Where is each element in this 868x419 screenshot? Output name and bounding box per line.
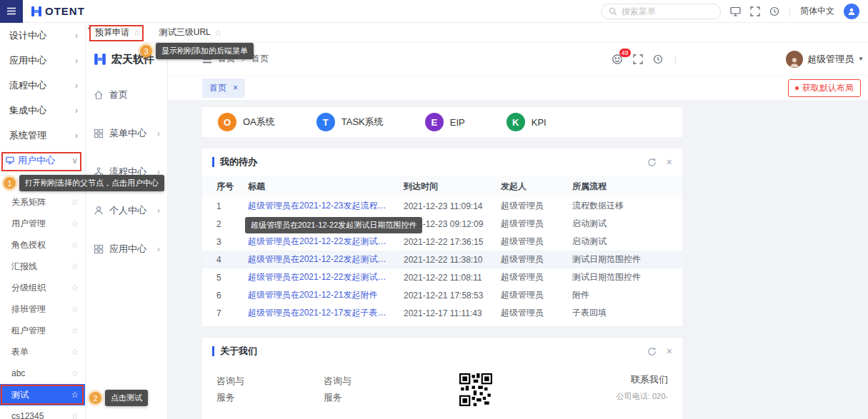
get-default-layout-button[interactable]: 获取默认布局 [788, 79, 861, 97]
sidebar-subitem-report-line[interactable]: 汇报线 ☆ [0, 256, 85, 277]
sidebar-item-integration-center[interactable]: 集成中心 › [0, 98, 85, 123]
user-menu[interactable]: 超级管理员 ▼ [786, 43, 864, 75]
table-row[interactable]: 4 超级管理员在2021-12-22发起测试日期范... 2021-12-22 … [202, 251, 682, 268]
sidebar-item-system-management[interactable]: 系统管理 › [0, 123, 85, 148]
close-icon[interactable]: × [667, 157, 672, 167]
favorite-star-icon[interactable]: ☆ [71, 368, 79, 378]
todo-title-link[interactable]: 超级管理员在2021-12-22发起测试日期范... [242, 268, 398, 286]
menu-search[interactable] [601, 4, 721, 19]
tab-test-level3-url[interactable]: 测试三级URL ☆ [159, 26, 222, 39]
table-row[interactable]: 6 超级管理员在2021-12-21发起附件 2021-12-21 17:58:… [202, 286, 682, 304]
sidebar-subitem-relation-matrix[interactable]: 关系矩阵 ☆ [0, 191, 85, 213]
search-input[interactable] [622, 6, 713, 16]
contact-info: 联系我们 公司电话: 020- [617, 373, 668, 402]
fullscreen-icon[interactable] [633, 54, 643, 64]
portal-menu-menu-center[interactable]: 菜单中心 › [86, 114, 167, 153]
table-row[interactable]: 5 超级管理员在2021-12-22发起测试日期范... 2021-12-22 … [202, 268, 682, 286]
todo-panel: 我的待办 × [202, 148, 682, 326]
sidebar-subitem-user-management[interactable]: 用户管理 ☆ [0, 213, 85, 234]
quick-link-label: TASK系统 [341, 116, 384, 128]
quick-link-label: KPI [532, 117, 547, 128]
favorite-star-icon[interactable]: ☆ [71, 304, 79, 314]
portal-sidebar: 宏天软件 首页 菜单中心 › 流程中心 › [86, 43, 168, 419]
scrollbar-up-arrow[interactable]: ▲ [86, 25, 92, 31]
task-system-icon: T [316, 113, 335, 131]
close-icon[interactable]: × [233, 83, 238, 93]
quick-link-kpi[interactable]: K KPI [507, 113, 547, 131]
divider: | [674, 54, 677, 64]
favorite-star-icon[interactable]: ☆ [71, 240, 79, 250]
favorite-star-icon[interactable]: ☆ [71, 347, 79, 357]
favorite-star-icon[interactable]: ☆ [214, 28, 222, 38]
about-panel: 关于我们 × 咨询与 服务 [202, 338, 682, 419]
quick-link-label: EIP [450, 117, 465, 128]
sidebar-subitem-form[interactable]: 表单 ☆ [0, 341, 85, 363]
portal-menu-app-center[interactable]: 应用中心 › [86, 230, 167, 268]
about-column-2: 咨询与 服务 [324, 373, 431, 406]
tab-home-page[interactable]: 首页 × [202, 79, 245, 98]
favorite-star-icon[interactable]: ☆ [133, 28, 141, 38]
sidebar-subitem-test[interactable]: 测试 ☆ [0, 384, 85, 405]
quick-link-task[interactable]: T TASK系统 [316, 113, 384, 131]
favorite-star-icon[interactable]: ☆ [71, 261, 79, 271]
table-row[interactable]: 1 超级管理员在2021-12-23发起流程数据迁移 2021-12-23 11… [202, 197, 682, 215]
close-icon[interactable]: × [667, 346, 672, 356]
sidebar-item-flow-center[interactable]: 流程中心 › [0, 73, 85, 98]
monitor-icon[interactable] [730, 6, 741, 16]
todo-title-link[interactable]: 超级管理员在2021-12-21发起附件 [242, 286, 398, 304]
sidebar-item-design-center[interactable]: 设计中心 › [0, 23, 85, 48]
refresh-icon[interactable] [647, 158, 657, 167]
tab-budget-request[interactable]: 预算申请 ☆ [95, 26, 141, 39]
language-switcher[interactable]: 简体中文 [800, 5, 834, 17]
row-hover-tooltip: 超级管理员在2021-12-22发起测试日期范围控件 [245, 217, 422, 233]
sidebar-item-label: 应用中心 [9, 54, 46, 67]
portal-menu-personal-center[interactable]: 个人中心 › [86, 191, 167, 230]
sidebar-subitem-abc[interactable]: abc ☆ [0, 363, 85, 384]
refresh-history-icon[interactable] [653, 54, 663, 64]
favorite-star-icon[interactable]: ☆ [71, 218, 79, 228]
favorite-star-icon[interactable]: ☆ [71, 197, 79, 207]
favorite-star-icon[interactable]: ☆ [71, 325, 79, 335]
topbar-avatar[interactable] [844, 4, 859, 19]
favorite-star-icon[interactable]: ☆ [71, 283, 79, 293]
annotation-number-badge: 3 [140, 45, 152, 57]
about-column-1: 咨询与 服务 [216, 373, 324, 406]
favorite-star-icon[interactable]: ☆ [71, 390, 79, 400]
todo-title-link[interactable]: 超级管理员在2021-12-17发起子表回填 [242, 304, 398, 322]
quick-link-oa[interactable]: O OA系统 [218, 113, 275, 131]
sidebar-item-app-center[interactable]: 应用中心 › [0, 48, 85, 73]
menu-toggle-button[interactable] [0, 0, 23, 23]
fullscreen-icon[interactable] [750, 6, 760, 16]
user-avatar-photo [786, 51, 803, 68]
sidebar-subitem-role-authorization[interactable]: 角色授权 ☆ [0, 234, 85, 256]
brand-logo: OTENT [30, 5, 85, 18]
annotation-tooltip: 显示刚刚添加的后端菜单 [156, 43, 254, 59]
history-icon[interactable] [769, 6, 779, 16]
sidebar-subitem-hierarchical-org[interactable]: 分级组织 ☆ [0, 277, 85, 298]
quick-links-bar: O OA系统 T TASK系统 E EIP K [202, 107, 682, 137]
sidebar-item-user-center[interactable]: 用户中心 ∨ [0, 148, 85, 173]
refresh-icon[interactable] [647, 347, 657, 356]
todo-title-link[interactable]: 超级管理员在2021-12-22发起测试日期范... [242, 233, 398, 251]
sidebar-subitem-tenant-management[interactable]: 租户管理 ☆ [0, 320, 85, 341]
messages-icon[interactable]: 49 [612, 54, 623, 65]
qr-code [459, 373, 492, 406]
favorite-star-icon[interactable]: ☆ [71, 411, 79, 419]
quick-link-eip[interactable]: E EIP [425, 113, 465, 131]
todo-title-link[interactable]: 超级管理员在2021-12-23发起流程数据迁移 [242, 197, 398, 215]
cell-flow: 启动测试 [567, 233, 682, 251]
tab-label: 测试三级URL [159, 26, 211, 39]
page-tabbar: 首页 × 获取默认布局 [168, 76, 868, 100]
message-count-badge: 49 [619, 49, 631, 57]
hotent-logo-icon [30, 5, 43, 18]
cell-starter: 超级管理员 [495, 268, 567, 286]
sidebar-subitem-shift-management[interactable]: 排班管理 ☆ [0, 298, 85, 320]
portal-menu-home[interactable]: 首页 [86, 76, 167, 114]
quick-link-label: OA系统 [243, 116, 275, 128]
table-row[interactable]: 7 超级管理员在2021-12-17发起子表回填 2021-12-17 11:1… [202, 304, 682, 322]
column-header: 标题 [242, 176, 398, 197]
todo-title-link[interactable]: 超级管理员在2021-12-22发起测试日期范... [242, 251, 398, 268]
sidebar-subitem-cs12345[interactable]: cs12345 ☆ [0, 405, 85, 419]
table-row[interactable]: 3 超级管理员在2021-12-22发起测试日期范... 2021-12-22 … [202, 233, 682, 251]
about-body: 咨询与 服务 咨询与 服务 [202, 365, 682, 419]
